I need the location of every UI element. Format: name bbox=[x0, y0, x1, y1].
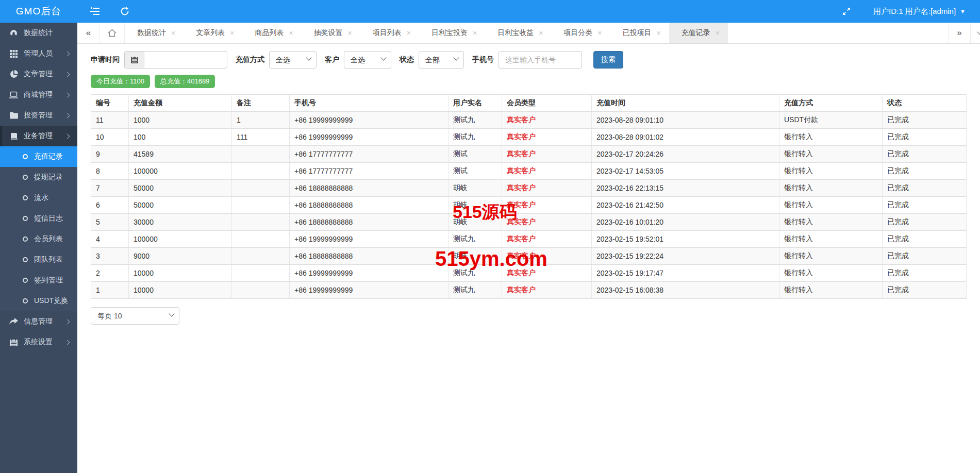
cell-realname: 测试九 bbox=[449, 112, 502, 129]
tab-invested-projects[interactable]: 已投项目× bbox=[610, 23, 669, 43]
cell-phone: +86 19999999999 bbox=[290, 112, 449, 129]
status-select[interactable]: 全部 bbox=[419, 51, 464, 69]
search-button[interactable]: 搜索 bbox=[593, 51, 623, 69]
tabs-scroll-left-button[interactable]: « bbox=[77, 23, 100, 43]
close-icon[interactable]: × bbox=[407, 29, 411, 37]
cell-member-type: 真实客户 bbox=[502, 248, 592, 265]
cell-member-type: 真实客户 bbox=[502, 112, 592, 129]
sidebar-item-sms-log[interactable]: 短信日志 bbox=[0, 208, 77, 229]
cell-recharge-time: 2023-08-28 09:01:02 bbox=[592, 129, 779, 146]
tab-daily-income[interactable]: 日利宝收益× bbox=[485, 23, 551, 43]
cell-amount: 9000 bbox=[129, 248, 232, 265]
user-menu[interactable]: 用户ID:1 用户名:[admin] ▼ bbox=[873, 7, 966, 16]
sidebar-item-team-list[interactable]: 团队列表 bbox=[0, 249, 77, 270]
sidebar-item-member-list[interactable]: 会员列表 bbox=[0, 229, 77, 249]
cell-remark bbox=[232, 231, 290, 248]
cell-id: 9 bbox=[91, 146, 129, 163]
customer-select[interactable]: 全选 bbox=[344, 51, 391, 69]
home-tab[interactable] bbox=[100, 23, 125, 43]
close-icon[interactable]: × bbox=[716, 29, 720, 37]
ring-icon bbox=[23, 195, 28, 200]
cell-id: 10 bbox=[91, 129, 129, 146]
sidebar-item-mall[interactable]: 商城管理 bbox=[0, 85, 77, 105]
sidebar-item-withdraw-records[interactable]: 提现记录 bbox=[0, 167, 77, 188]
sidebar-item-articles[interactable]: 文章管理 bbox=[0, 64, 77, 85]
tab-data-stats[interactable]: 数据统计× bbox=[125, 23, 184, 43]
cell-recharge-time: 2023-08-28 09:01:10 bbox=[592, 112, 779, 129]
table-row[interactable]: 11 1000 1 +86 19999999999 测试九 真实客户 2023-… bbox=[91, 112, 967, 129]
sidebar-item-flow[interactable]: 流水 bbox=[0, 188, 77, 208]
fullscreen-icon[interactable] bbox=[840, 5, 853, 18]
close-icon[interactable]: × bbox=[348, 29, 352, 37]
calendar-addon-button[interactable] bbox=[124, 51, 144, 69]
tab-project-list[interactable]: 项目列表× bbox=[360, 23, 419, 43]
phone-input[interactable] bbox=[499, 51, 582, 69]
user-info: 用户ID:1 用户名:[admin] bbox=[873, 7, 956, 16]
tabs-scroll-right-button[interactable]: » bbox=[948, 23, 971, 43]
sidebar-item-business[interactable]: 业务管理 bbox=[0, 126, 77, 146]
sidebar-item-info-mgmt[interactable]: 信息管理 bbox=[0, 311, 77, 332]
table-row[interactable]: 8 100000 +86 17777777777 测试 真实客户 2023-02… bbox=[91, 163, 967, 180]
caret-down-icon: ▼ bbox=[960, 8, 966, 14]
apply-time-input[interactable] bbox=[144, 51, 227, 69]
cell-amount: 10000 bbox=[129, 282, 232, 299]
column-header: 编号 bbox=[91, 95, 129, 112]
tab-recharge-records[interactable]: 充值记录× bbox=[669, 23, 728, 43]
table-row[interactable]: 5 30000 +86 18888888888 胡岐 真实客户 2023-02-… bbox=[91, 214, 967, 231]
cell-phone: +86 19999999999 bbox=[290, 231, 449, 248]
tab-product-list[interactable]: 商品列表× bbox=[242, 23, 301, 43]
cell-amount: 30000 bbox=[129, 214, 232, 231]
table-row[interactable]: 2 10000 +86 19999999999 测试九 真实客户 2023-02… bbox=[91, 265, 967, 282]
sidebar-item-recharge-records[interactable]: 充值记录 bbox=[0, 146, 77, 167]
cell-id: 4 bbox=[91, 231, 129, 248]
sidebar-item-usdt-exchange[interactable]: USDT兑换 bbox=[0, 291, 77, 311]
recharge-method-select[interactable]: 全选 bbox=[269, 51, 317, 69]
pie-chart-icon bbox=[9, 70, 18, 79]
cell-method: 银行转入 bbox=[779, 214, 883, 231]
cell-recharge-time: 2023-02-16 10:01:20 bbox=[592, 214, 779, 231]
close-icon[interactable]: × bbox=[473, 29, 477, 37]
cell-remark bbox=[232, 180, 290, 197]
tab-daily-invest[interactable]: 日利宝投资× bbox=[419, 23, 485, 43]
tabs-more-button[interactable] bbox=[971, 23, 980, 43]
cell-member-type: 真实客户 bbox=[502, 265, 592, 282]
close-icon[interactable]: × bbox=[171, 29, 175, 37]
close-icon[interactable]: × bbox=[539, 29, 543, 37]
sidebar-item-data-stats[interactable]: 数据统计 bbox=[0, 23, 77, 43]
table-row[interactable]: 10 100 111 +86 19999999999 测试九 真实客户 2023… bbox=[91, 129, 967, 146]
collapse-sidebar-icon[interactable] bbox=[89, 5, 101, 18]
sidebar-item-system-settings[interactable]: 系统设置 bbox=[0, 332, 77, 352]
cell-recharge-time: 2023-02-15 19:22:24 bbox=[592, 248, 779, 265]
column-header: 备注 bbox=[232, 95, 290, 112]
cell-status: 已完成 bbox=[883, 265, 967, 282]
cell-realname: 测试 bbox=[449, 146, 502, 163]
ring-icon bbox=[23, 175, 28, 180]
cell-method: USDT付款 bbox=[779, 112, 883, 129]
tab-article-list[interactable]: 文章列表× bbox=[184, 23, 242, 43]
sidebar-item-investment[interactable]: 投资管理 bbox=[0, 105, 77, 126]
tab-project-category[interactable]: 项目分类× bbox=[551, 23, 610, 43]
table-row[interactable]: 1 10000 +86 19999999999 测试九 真实客户 2023-02… bbox=[91, 282, 967, 299]
close-icon[interactable]: × bbox=[657, 29, 661, 37]
cell-method: 银行转入 bbox=[779, 163, 883, 180]
table-row[interactable]: 4 100000 +86 19999999999 测试九 真实客户 2023-0… bbox=[91, 231, 967, 248]
table-row[interactable]: 9 41589 +86 17777777777 测试 真实客户 2023-02-… bbox=[91, 146, 967, 163]
refresh-icon[interactable] bbox=[119, 5, 131, 18]
book-icon bbox=[9, 132, 18, 141]
ring-icon bbox=[23, 278, 28, 283]
cell-recharge-time: 2023-02-15 19:52:01 bbox=[592, 231, 779, 248]
dashboard-icon bbox=[9, 29, 18, 38]
sidebar-item-checkin[interactable]: 签到管理 bbox=[0, 270, 77, 291]
close-icon[interactable]: × bbox=[289, 29, 293, 37]
per-page-select[interactable]: 每页 10 bbox=[91, 307, 179, 325]
sidebar-item-admins[interactable]: 管理人员 bbox=[0, 43, 77, 64]
close-icon[interactable]: × bbox=[230, 29, 234, 37]
table-row[interactable]: 7 50000 +86 18888888888 胡岐 真实客户 2023-02-… bbox=[91, 180, 967, 197]
close-icon[interactable]: × bbox=[597, 29, 602, 37]
table-row[interactable]: 3 9000 +86 18888888888 胡岐 真实客户 2023-02-1… bbox=[91, 248, 967, 265]
cell-realname: 胡岐 bbox=[449, 214, 502, 231]
table-row[interactable]: 6 50000 +86 18888888888 胡岐 真实客户 2023-02-… bbox=[91, 197, 967, 214]
cell-method: 银行转入 bbox=[779, 129, 883, 146]
tab-lottery-settings[interactable]: 抽奖设置× bbox=[302, 23, 360, 43]
cell-amount: 1000 bbox=[129, 112, 232, 129]
